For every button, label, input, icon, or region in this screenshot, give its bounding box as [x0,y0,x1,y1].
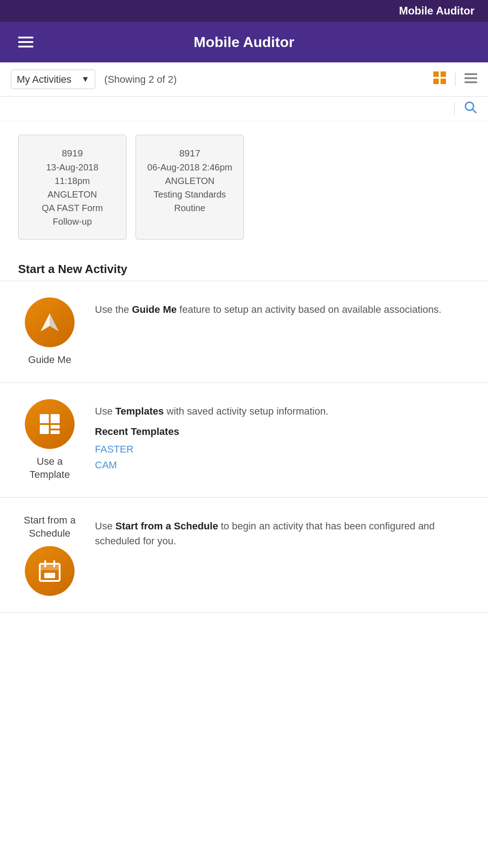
grid-view-icon[interactable] [433,71,446,87]
start-schedule-icon-col: Start from aSchedule [18,514,81,596]
svg-rect-13 [40,425,49,434]
start-schedule-description: Use Start from a Schedule to begin an ac… [95,520,435,547]
svg-line-8 [473,109,476,113]
activity-filter-wrapper[interactable]: My Activities ▼ [11,70,95,89]
svg-rect-4 [465,73,477,75]
svg-rect-17 [40,564,60,570]
card-number: 8917 [179,146,201,160]
start-schedule-content: Use Start from a Schedule to begin an ac… [95,514,470,548]
search-row [0,97,488,121]
guide-me-button[interactable] [25,297,75,347]
template-link-cam[interactable]: CAM [95,457,470,473]
guide-me-icon-col: Guide Me [18,297,81,367]
svg-rect-12 [51,414,60,423]
header-title: Mobile Auditor [194,34,295,51]
svg-rect-11 [40,414,49,423]
header: Mobile Auditor [0,22,488,62]
search-divider [454,103,455,115]
toolbar: My Activities ▼ (Showing 2 of 2) [0,62,488,97]
start-schedule-row: Start from aSchedule Use Start from a Sc… [0,498,488,613]
card-date: 13-Aug-2018 11:18pm [28,160,117,188]
recent-templates-title: Recent Templates [95,426,470,438]
search-icon[interactable] [464,100,477,117]
status-bar-title: Mobile Auditor [399,5,474,17]
guide-me-row: Guide Me Use the Guide Me feature to set… [0,281,488,383]
svg-rect-2 [433,79,439,84]
svg-point-7 [465,102,474,110]
svg-rect-15 [51,430,60,434]
use-template-icon-col: Use aTemplate [18,399,81,481]
toolbar-divider [455,73,455,86]
svg-rect-0 [433,71,439,77]
card-form: Testing Standards [154,188,226,201]
svg-marker-10 [50,313,59,331]
use-template-row: Use aTemplate Use Templates with saved a… [0,383,488,498]
list-view-icon[interactable] [465,72,477,86]
use-template-content: Use Templates with saved activity setup … [95,399,470,473]
activity-filter-select[interactable]: My Activities [17,74,81,85]
card-type: Follow-up [53,215,92,228]
card-location: ANGLETON [47,188,97,201]
card-form: QA FAST Form [42,201,103,215]
svg-rect-5 [465,77,477,79]
template-link-faster[interactable]: FASTER [95,441,470,457]
svg-rect-6 [465,81,477,83]
toolbar-right [433,71,477,87]
card-date: 06-Aug-2018 2:46pm [147,160,232,174]
start-schedule-label-top: Start from aSchedule [24,514,76,540]
use-template-description: Use Templates with saved activity setup … [95,406,328,417]
activity-cards-container: 8919 13-Aug-2018 11:18pm ANGLETON QA FAS… [0,121,488,253]
hamburger-menu[interactable] [18,37,33,47]
svg-rect-1 [441,71,446,77]
start-schedule-button[interactable] [25,546,75,596]
use-template-button[interactable] [25,399,75,449]
new-activity-section-header: Start a New Activity [0,253,488,281]
card-location: ANGLETON [165,174,215,188]
card-number: 8919 [62,146,83,160]
use-template-label: Use aTemplate [29,455,70,481]
activity-card[interactable]: 8917 06-Aug-2018 2:46pm ANGLETON Testing… [136,135,244,240]
status-bar: Mobile Auditor [0,0,488,22]
svg-rect-3 [441,79,446,84]
svg-rect-20 [44,573,55,578]
guide-me-description: Use the Guide Me feature to setup an act… [95,304,441,315]
guide-me-label: Guide Me [28,354,71,367]
select-arrow-icon: ▼ [81,75,89,84]
card-type: Routine [174,201,206,215]
showing-count: (Showing 2 of 2) [104,74,177,85]
guide-me-content: Use the Guide Me feature to setup an act… [95,297,470,317]
svg-rect-14 [51,425,60,429]
activity-card[interactable]: 8919 13-Aug-2018 11:18pm ANGLETON QA FAS… [18,135,127,240]
recent-templates: Recent Templates FASTER CAM [95,426,470,473]
